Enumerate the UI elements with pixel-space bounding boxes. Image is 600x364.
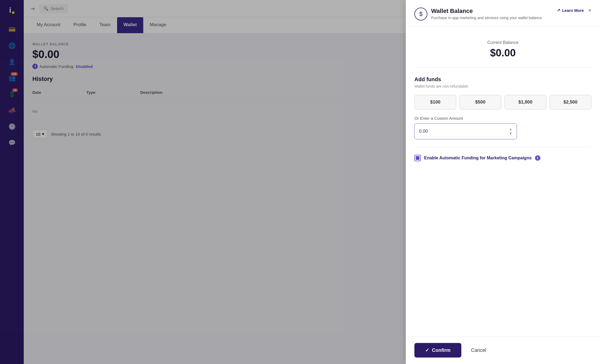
add-funds-title: Add funds bbox=[414, 76, 591, 83]
cancel-button[interactable]: Cancel bbox=[466, 343, 492, 358]
divider bbox=[414, 147, 591, 147]
modal-title: Wallet Balance bbox=[431, 8, 542, 15]
amount-500-button[interactable]: $500 bbox=[459, 95, 501, 109]
modal-title-area: $ Wallet Balance Purchase in-app marketi… bbox=[414, 8, 542, 20]
modal-header-right: ↗ Learn More × bbox=[557, 8, 591, 13]
checkbox-inner bbox=[416, 156, 420, 160]
confirm-button[interactable]: ✓ Confirm bbox=[414, 343, 461, 358]
modal-footer: ✓ Confirm Cancel bbox=[406, 336, 600, 364]
checkmark-icon: ✓ bbox=[425, 347, 429, 353]
wallet-icon-circle: $ bbox=[414, 8, 427, 20]
learn-more-button[interactable]: ↗ Learn More bbox=[557, 8, 584, 13]
modal-close-button[interactable]: × bbox=[588, 8, 591, 13]
add-funds-subtitle: Wallet funds are non-refundable. bbox=[414, 84, 591, 88]
auto-funding-checkbox[interactable] bbox=[414, 155, 421, 161]
current-balance-section: Current Balance $0.00 bbox=[414, 35, 591, 68]
dollar-sign-icon: $ bbox=[419, 11, 422, 18]
modal-title-text: Wallet Balance Purchase in-app marketing… bbox=[431, 8, 542, 20]
external-link-icon: ↗ bbox=[557, 8, 560, 13]
amount-1000-button[interactable]: $1,000 bbox=[504, 95, 546, 109]
modal-overlay[interactable]: $ Wallet Balance Purchase in-app marketi… bbox=[0, 0, 600, 364]
auto-funding-row: Enable Automatic Funding for Marketing C… bbox=[414, 155, 591, 161]
modal-body: Current Balance $0.00 Add funds Wallet f… bbox=[406, 26, 600, 336]
custom-amount-label: Or Enter a Custom Amount bbox=[414, 116, 591, 121]
amount-2500-button[interactable]: $2,500 bbox=[550, 95, 591, 109]
amount-100-button[interactable]: $100 bbox=[414, 95, 456, 109]
confirm-label: Confirm bbox=[432, 348, 451, 353]
wallet-modal: $ Wallet Balance Purchase in-app marketi… bbox=[406, 0, 600, 364]
auto-funding-checkbox-label: Enable Automatic Funding for Marketing C… bbox=[424, 156, 532, 160]
current-balance-label: Current Balance bbox=[414, 40, 591, 45]
amount-buttons: $100 $500 $1,000 $2,500 bbox=[414, 95, 591, 109]
learn-more-label: Learn More bbox=[562, 8, 584, 13]
current-balance-amount: $0.00 bbox=[414, 47, 591, 59]
modal-header: $ Wallet Balance Purchase in-app marketi… bbox=[406, 0, 600, 26]
modal-subtitle: Purchase in-app marketing and services u… bbox=[431, 16, 542, 20]
custom-amount-input[interactable] bbox=[419, 129, 509, 134]
spinner-up-icon[interactable]: ▲ bbox=[509, 127, 512, 131]
custom-amount-field[interactable]: ▲ ▼ bbox=[414, 123, 517, 139]
auto-funding-modal-info-icon[interactable]: ℹ bbox=[535, 155, 540, 161]
spinner-buttons[interactable]: ▲ ▼ bbox=[509, 127, 512, 135]
spinner-down-icon[interactable]: ▼ bbox=[509, 132, 512, 135]
